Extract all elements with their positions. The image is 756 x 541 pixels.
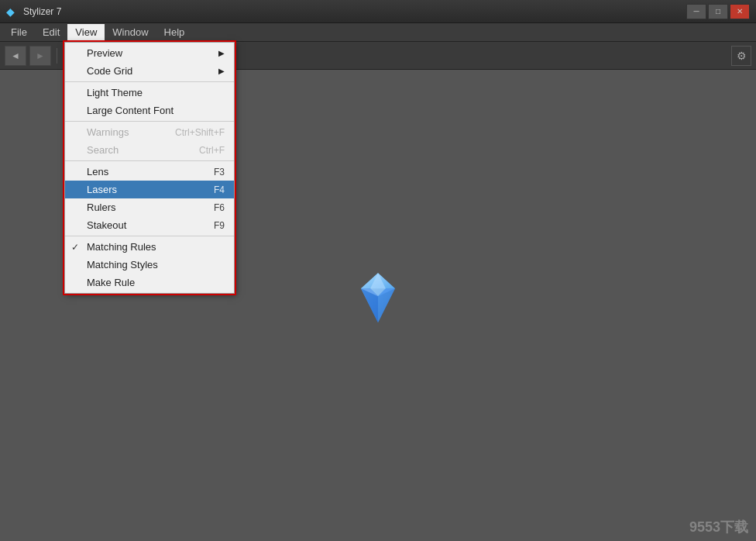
title-bar: ◆ Stylizer 7 ─ □ ✕ xyxy=(0,0,756,23)
menu-item-lasers[interactable]: Lasers F4 xyxy=(65,181,234,198)
rulers-label: Rulers xyxy=(87,202,116,213)
separator-1 xyxy=(65,81,234,82)
preview-label: Preview xyxy=(87,47,122,59)
menu-item-make-rule[interactable]: Make Rule xyxy=(65,274,234,291)
menu-edit[interactable]: Edit xyxy=(35,24,67,41)
menu-item-rulers[interactable]: Rulers F6 xyxy=(65,198,234,216)
diamond-gem xyxy=(347,267,409,331)
settings-icon: ⚙ xyxy=(737,50,747,62)
forward-icon: ► xyxy=(36,50,45,61)
title-bar-left: ◆ Stylizer 7 xyxy=(6,5,61,18)
menu-item-matching-rules[interactable]: ✓ Matching Rules xyxy=(65,238,234,256)
back-button[interactable]: ◄ xyxy=(5,46,26,66)
back-icon: ◄ xyxy=(11,50,20,61)
matching-rules-label: Matching Rules xyxy=(87,241,156,253)
app-title: Stylizer 7 xyxy=(23,6,61,17)
code-grid-label: Code Grid xyxy=(87,65,132,77)
menu-item-large-content-font[interactable]: Large Content Font xyxy=(65,102,234,119)
rulers-shortcut: F6 xyxy=(198,202,225,213)
menu-item-lens[interactable]: Lens F3 xyxy=(65,163,234,181)
app-icon: ◆ xyxy=(6,5,19,18)
menu-help[interactable]: Help xyxy=(156,24,193,41)
menu-item-preview[interactable]: Preview ▶ xyxy=(65,44,234,62)
menu-item-warnings: Warnings Ctrl+Shift+F xyxy=(65,123,234,141)
toolbar-separator xyxy=(57,48,57,64)
menu-window[interactable]: Window xyxy=(105,24,156,41)
lens-shortcut: F3 xyxy=(198,167,225,177)
menu-item-light-theme[interactable]: Light Theme xyxy=(65,84,234,102)
search-label: Search xyxy=(87,144,119,156)
menu-item-code-grid[interactable]: Code Grid ▶ xyxy=(65,62,234,80)
lasers-label: Lasers xyxy=(87,184,117,195)
menu-bar: File Edit View Window Help xyxy=(0,23,756,42)
make-rule-label: Make Rule xyxy=(87,277,135,288)
warnings-label: Warnings xyxy=(87,126,129,138)
forward-button[interactable]: ► xyxy=(29,46,51,66)
gem-icon xyxy=(347,267,409,329)
warnings-shortcut: Ctrl+Shift+F xyxy=(160,127,225,138)
view-dropdown-overlay: Preview ▶ Code Grid ▶ Light Theme Large … xyxy=(64,42,235,294)
settings-button[interactable]: ⚙ xyxy=(731,46,751,66)
search-shortcut: Ctrl+F xyxy=(184,145,225,156)
minimize-button[interactable]: ─ xyxy=(686,4,706,19)
view-dropdown: Preview ▶ Code Grid ▶ Light Theme Large … xyxy=(64,42,235,294)
stakeout-shortcut: F9 xyxy=(198,220,225,231)
restore-button[interactable]: □ xyxy=(708,4,728,19)
menu-file[interactable]: File xyxy=(3,24,35,41)
light-theme-label: Light Theme xyxy=(87,87,143,98)
preview-submenu-arrow: ▶ xyxy=(218,49,225,57)
large-content-font-label: Large Content Font xyxy=(87,105,174,116)
lens-label: Lens xyxy=(87,166,108,177)
code-grid-submenu-arrow: ▶ xyxy=(218,67,225,75)
menu-view[interactable]: View xyxy=(67,24,105,41)
lasers-shortcut: F4 xyxy=(198,184,225,195)
menu-item-stakeout[interactable]: Stakeout F9 xyxy=(65,216,234,234)
stakeout-label: Stakeout xyxy=(87,219,126,231)
close-button[interactable]: ✕ xyxy=(730,4,750,19)
separator-3 xyxy=(65,160,234,161)
matching-styles-label: Matching Styles xyxy=(87,259,158,270)
menu-item-matching-styles[interactable]: Matching Styles xyxy=(65,256,234,274)
separator-2 xyxy=(65,121,234,122)
menu-item-search: Search Ctrl+F xyxy=(65,141,234,159)
title-bar-controls: ─ □ ✕ xyxy=(686,4,750,19)
watermark: 9553下载 xyxy=(689,518,748,536)
separator-4 xyxy=(65,236,234,236)
matching-rules-checkmark: ✓ xyxy=(71,242,79,253)
toolbar-right: ⚙ xyxy=(731,46,751,66)
